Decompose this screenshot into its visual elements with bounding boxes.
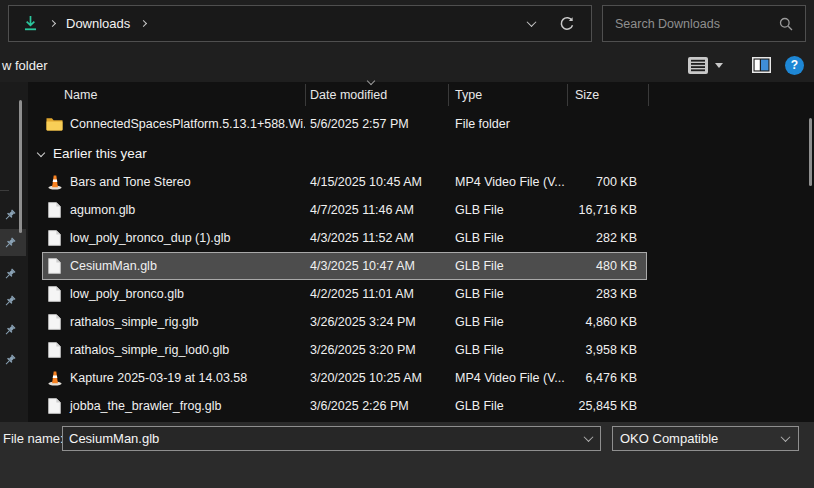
file-icon <box>46 398 63 414</box>
file-name-text: low_poly_bronco_dup (1).glb <box>70 231 231 245</box>
column-separator[interactable] <box>305 84 306 106</box>
file-row[interactable]: agumon.glb4/7/2025 11:46 AMGLB File16,71… <box>28 196 814 224</box>
file-row[interactable]: low_poly_bronco.glb4/2/2025 11:01 AMGLB … <box>28 280 814 308</box>
folder-icon <box>46 116 63 132</box>
search-box[interactable] <box>602 5 806 42</box>
nav-scrollbar[interactable] <box>19 100 22 233</box>
file-name-text: ConnectedSpacesPlatform.5.13.1+588.Wi... <box>70 117 305 131</box>
pushpin-icon[interactable] <box>3 353 16 366</box>
size-cell: 282 KB <box>567 224 648 252</box>
file-list-pane: Name Date modified Type Size ConnectedSp… <box>28 82 814 422</box>
file-name-cell: low_poly_bronco.glb <box>28 280 305 308</box>
date-modified-cell: 3/26/2025 3:20 PM <box>305 336 448 364</box>
file-icon <box>46 230 63 246</box>
file-name-cell: rathalos_simple_rig.glb <box>28 308 305 336</box>
file-name-cell: Kapture 2025-03-19 at 14.03.58 <box>28 364 305 392</box>
size-cell: 3,958 KB <box>567 336 648 364</box>
column-header-date-modified[interactable]: Date modified <box>305 88 448 102</box>
new-folder-button[interactable]: w folder <box>2 58 48 73</box>
date-modified-cell: 4/7/2025 11:46 AM <box>305 196 448 224</box>
preview-pane-icon[interactable] <box>752 57 771 73</box>
type-cell: GLB File <box>448 392 567 420</box>
date-modified-cell: 3/20/2025 10:25 AM <box>305 364 448 392</box>
vlc-cone-icon <box>46 174 63 190</box>
dialog-footer: File name: OKO Compatible Open Cancel <box>0 422 814 488</box>
date-modified-cell: 3/6/2025 2:26 PM <box>305 392 448 420</box>
file-type-dropdown[interactable]: OKO Compatible <box>612 426 799 451</box>
column-separator[interactable] <box>648 84 649 106</box>
size-cell: 4,860 KB <box>567 308 648 336</box>
downloads-icon <box>22 15 39 32</box>
open-file-dialog: { "address_bar": { "location_icon": "dow… <box>0 0 814 488</box>
date-modified-cell: 4/15/2025 10:45 AM <box>305 168 448 196</box>
pushpin-icon[interactable] <box>3 208 16 221</box>
file-row[interactable]: jobba_the_brawler_frog.glb3/6/2025 2:26 … <box>28 392 814 420</box>
file-row[interactable]: Kapture 2025-03-19 at 14.03.583/20/2025 … <box>28 364 814 392</box>
date-modified-cell: 4/3/2025 11:52 AM <box>305 224 448 252</box>
pushpin-icon[interactable] <box>3 323 16 336</box>
search-input[interactable] <box>615 17 779 31</box>
date-modified-cell: 4/2/2025 11:01 AM <box>305 280 448 308</box>
view-dropdown-icon[interactable] <box>715 63 723 68</box>
address-dropdown-icon[interactable] <box>527 17 537 27</box>
file-icon <box>46 202 63 218</box>
date-modified-cell: 5/6/2025 2:57 PM <box>305 110 448 138</box>
chevron-down-icon <box>37 149 45 157</box>
vlc-cone-icon <box>46 370 63 386</box>
type-cell: File folder <box>448 110 567 138</box>
details-view-icon[interactable] <box>688 57 708 74</box>
file-row[interactable]: Bars and Tone Stereo4/15/2025 10:45 AMMP… <box>28 168 814 196</box>
file-name-text: Bars and Tone Stereo <box>70 175 191 189</box>
type-cell: MP4 Video File (V... <box>448 364 567 392</box>
chevron-down-icon <box>781 432 791 442</box>
column-header-size[interactable]: Size <box>567 88 648 102</box>
address-bar[interactable]: Downloads <box>8 5 592 42</box>
type-cell: GLB File <box>448 308 567 336</box>
file-name-cell: CesiumMan.glb <box>28 252 305 280</box>
size-cell: 6,476 KB <box>567 364 648 392</box>
size-cell: 480 KB <box>567 252 648 280</box>
search-icon <box>779 17 793 31</box>
size-cell: 16,716 KB <box>567 196 648 224</box>
file-name-text: rathalos_simple_rig.glb <box>70 315 199 329</box>
type-cell: GLB File <box>448 196 567 224</box>
file-icon <box>46 286 63 302</box>
file-row[interactable]: ConnectedSpacesPlatform.5.13.1+588.Wi...… <box>28 110 814 138</box>
breadcrumb-location[interactable]: Downloads <box>66 16 130 31</box>
column-separator[interactable] <box>448 84 449 106</box>
column-separator[interactable] <box>567 84 568 106</box>
file-name-cell: ConnectedSpacesPlatform.5.13.1+588.Wi... <box>28 110 305 138</box>
column-headers: Name Date modified Type Size <box>28 82 814 108</box>
type-cell: MP4 Video File (V... <box>448 168 567 196</box>
type-cell: GLB File <box>448 224 567 252</box>
file-name-text: low_poly_bronco.glb <box>70 287 184 301</box>
file-name-cell: agumon.glb <box>28 196 305 224</box>
file-icon <box>46 314 63 330</box>
file-name-cell: low_poly_bronco_dup (1).glb <box>28 224 305 252</box>
column-header-type[interactable]: Type <box>448 88 567 102</box>
file-icon <box>46 342 63 358</box>
group-header[interactable]: Earlier this year <box>28 138 814 168</box>
pushpin-icon[interactable] <box>3 236 16 249</box>
type-cell: GLB File <box>448 252 567 280</box>
refresh-icon[interactable] <box>559 16 575 32</box>
chevron-down-icon[interactable] <box>584 432 594 442</box>
group-header-label: Earlier this year <box>53 146 147 161</box>
file-name-input[interactable] <box>69 431 585 446</box>
pushpin-icon[interactable] <box>3 267 16 280</box>
pushpin-icon[interactable] <box>3 294 16 307</box>
file-name-cell: jobba_the_brawler_frog.glb <box>28 392 305 420</box>
column-header-name[interactable]: Name <box>28 88 305 102</box>
help-icon[interactable]: ? <box>785 56 804 75</box>
file-name-text: agumon.glb <box>70 203 135 217</box>
size-cell: 283 KB <box>567 280 648 308</box>
file-row[interactable]: rathalos_simple_rig_lod0.glb3/26/2025 3:… <box>28 336 814 364</box>
file-row[interactable]: rathalos_simple_rig.glb3/26/2025 3:24 PM… <box>28 308 814 336</box>
navigation-pane <box>0 82 28 422</box>
file-name-combobox[interactable] <box>62 426 601 451</box>
file-row[interactable]: CesiumMan.glb4/3/2025 10:47 AMGLB File48… <box>28 252 814 280</box>
file-row[interactable]: low_poly_bronco_dup (1).glb4/3/2025 11:5… <box>28 224 814 252</box>
file-name-text: CesiumMan.glb <box>70 259 157 273</box>
size-cell <box>567 110 648 138</box>
file-name-label: File name: <box>3 431 64 446</box>
